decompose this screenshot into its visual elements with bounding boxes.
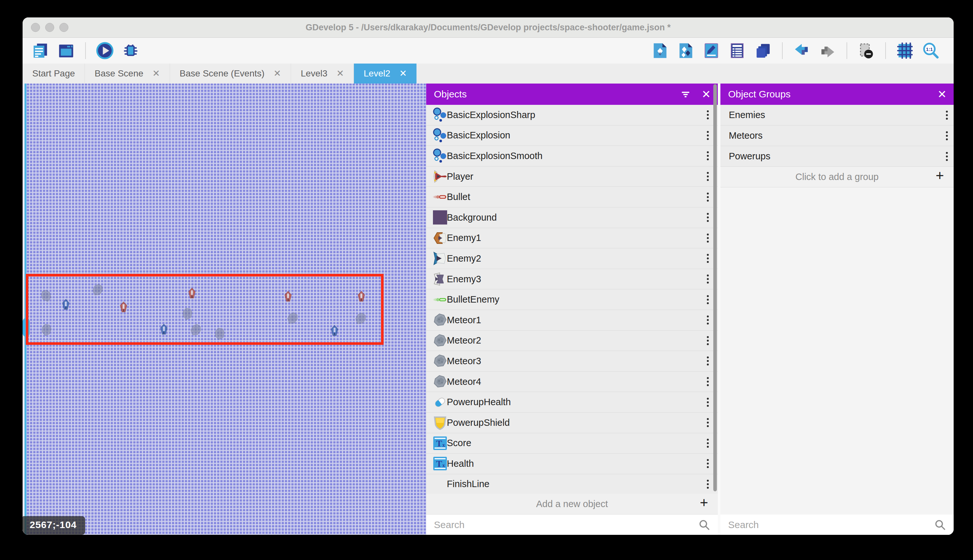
- groups-search-input[interactable]: [720, 519, 954, 531]
- canvas-sprite-enemy-red[interactable]: [357, 291, 365, 303]
- toolbar-instances-list-icon[interactable]: [728, 41, 746, 60]
- toolbar-undo-icon[interactable]: [792, 41, 811, 60]
- canvas-sprite-enemy-blue[interactable]: [62, 299, 70, 311]
- tab-level3[interactable]: Level3✕: [291, 63, 354, 83]
- object-menu-icon[interactable]: [707, 213, 709, 222]
- minimize-window-button[interactable]: [45, 23, 54, 32]
- object-row-basicexplosionsharp[interactable]: BasicExplosionSharp: [426, 105, 718, 125]
- canvas-sprite-enemy-blue[interactable]: [160, 324, 168, 336]
- tab-base-scene-events-[interactable]: Base Scene (Events)✕: [170, 63, 291, 83]
- group-menu-icon[interactable]: [946, 111, 948, 120]
- tab-close-icon[interactable]: ✕: [152, 69, 160, 78]
- object-menu-icon[interactable]: [707, 315, 709, 325]
- editor-content: 2567;-104 Objects ✕ BasicExplosionSharpB…: [23, 83, 954, 535]
- close-window-button[interactable]: [31, 23, 40, 32]
- canvas-sprite-meteor[interactable]: [181, 307, 194, 322]
- object-menu-icon[interactable]: [707, 357, 709, 365]
- toolbar-separator: [885, 42, 886, 59]
- object-menu-icon[interactable]: [707, 439, 709, 448]
- object-row-bullet[interactable]: Bullet: [426, 187, 718, 207]
- tab-close-icon[interactable]: ✕: [273, 69, 281, 78]
- object-row-finishline[interactable]: FinishLine: [426, 474, 718, 494]
- object-menu-icon[interactable]: [707, 480, 709, 489]
- object-menu-icon[interactable]: [707, 151, 709, 160]
- canvas-sprite-enemy-red[interactable]: [284, 291, 292, 303]
- tab-start-page[interactable]: Start Page: [23, 63, 85, 83]
- object-row-basicexplosion[interactable]: BasicExplosion: [426, 125, 718, 146]
- object-row-enemy2[interactable]: Enemy2: [426, 248, 718, 269]
- group-row-meteors[interactable]: Meteors: [720, 125, 954, 146]
- toolbar-objects-panel-icon[interactable]: [650, 41, 669, 60]
- object-row-bulletenemy[interactable]: BulletEnemy: [426, 289, 718, 310]
- object-menu-icon[interactable]: [707, 377, 709, 386]
- toolbar-instances-mask-icon[interactable]: [857, 41, 876, 60]
- svg-text:x: x: [442, 463, 445, 468]
- canvas-sprite-enemy-blue[interactable]: [331, 325, 338, 337]
- tab-close-icon[interactable]: ✕: [400, 69, 407, 78]
- object-row-powerupshield[interactable]: PowerupShield: [426, 413, 718, 433]
- object-menu-icon[interactable]: [707, 398, 709, 407]
- object-menu-icon[interactable]: [707, 418, 709, 427]
- object-row-health[interactable]: TxHealth: [426, 453, 718, 474]
- plus-icon: +: [936, 167, 944, 183]
- toolbar-zoom-1-1-icon[interactable]: 1:1: [921, 41, 940, 60]
- selection-rectangle[interactable]: [26, 274, 383, 345]
- object-menu-icon[interactable]: [707, 254, 709, 263]
- toolbar-events-sheet-icon[interactable]: [31, 41, 50, 60]
- object-row-meteor1[interactable]: Meteor1: [426, 310, 718, 331]
- add-group-button[interactable]: Click to add a group +: [720, 167, 954, 187]
- canvas-sprite-enemy-red[interactable]: [188, 288, 196, 300]
- objects-scrollbar[interactable]: [713, 84, 717, 491]
- toolbar-object-groups-icon[interactable]: [676, 41, 695, 60]
- group-name: Enemies: [729, 110, 946, 120]
- close-objects-panel-icon[interactable]: ✕: [697, 88, 715, 101]
- group-menu-icon[interactable]: [946, 131, 948, 140]
- object-row-background[interactable]: Background: [426, 207, 718, 228]
- canvas-sprite-meteor[interactable]: [213, 327, 226, 343]
- object-menu-icon[interactable]: [707, 193, 709, 202]
- object-row-meteor3[interactable]: Meteor3: [426, 351, 718, 372]
- group-row-powerups[interactable]: Powerups: [720, 146, 954, 167]
- object-row-enemy3[interactable]: Enemy3: [426, 269, 718, 290]
- scene-canvas[interactable]: 2567;-104: [23, 83, 426, 535]
- group-menu-icon[interactable]: [946, 152, 948, 161]
- object-menu-icon[interactable]: [707, 131, 709, 140]
- tab-close-icon[interactable]: ✕: [337, 69, 344, 78]
- main-toolbar: 1:1: [23, 38, 954, 63]
- close-object-groups-panel-icon[interactable]: ✕: [933, 88, 951, 101]
- object-row-poweruphealth[interactable]: PowerupHealth: [426, 392, 718, 413]
- object-menu-icon[interactable]: [707, 459, 709, 468]
- tab-level2[interactable]: Level2✕: [354, 63, 417, 83]
- toolbar-debug-icon[interactable]: [121, 41, 140, 60]
- object-menu-icon[interactable]: [707, 172, 709, 181]
- filter-icon[interactable]: [676, 85, 695, 103]
- objects-search-input[interactable]: [426, 519, 718, 531]
- object-row-enemy1[interactable]: Enemy1: [426, 228, 718, 249]
- object-menu-icon[interactable]: [707, 275, 709, 283]
- svg-text:1:1: 1:1: [926, 47, 933, 52]
- object-menu-icon[interactable]: [707, 336, 709, 345]
- object-menu-icon[interactable]: [707, 233, 709, 243]
- canvas-sprite-meteor[interactable]: [40, 323, 53, 338]
- explosion-icon: [433, 148, 447, 163]
- add-object-button[interactable]: Add a new object +: [426, 494, 718, 515]
- tab-base-scene[interactable]: Base Scene✕: [85, 63, 170, 83]
- toolbar-play-icon[interactable]: [95, 41, 114, 60]
- object-row-meteor4[interactable]: Meteor4: [426, 372, 718, 392]
- toolbar-scene-window-icon[interactable]: [57, 41, 75, 60]
- object-row-player[interactable]: Player: [426, 167, 718, 187]
- toolbar-properties-icon[interactable]: [702, 41, 721, 60]
- canvas-sprite-enemy-red[interactable]: [120, 302, 127, 314]
- object-menu-icon[interactable]: [707, 295, 709, 304]
- maximize-window-button[interactable]: [59, 23, 68, 32]
- toolbar-redo-icon[interactable]: [818, 41, 837, 60]
- toolbar-grid-icon[interactable]: [896, 41, 914, 60]
- toolbar-layers-icon[interactable]: [754, 41, 772, 60]
- object-menu-icon[interactable]: [707, 110, 709, 119]
- object-row-meteor2[interactable]: Meteor2: [426, 331, 718, 351]
- object-row-basicexplosionsmooth[interactable]: BasicExplosionSmooth: [426, 146, 718, 167]
- object-name: PowerupHealth: [447, 397, 707, 407]
- object-row-score[interactable]: TxScore: [426, 433, 718, 454]
- group-row-enemies[interactable]: Enemies: [720, 105, 954, 125]
- group-name: Powerups: [729, 151, 946, 162]
